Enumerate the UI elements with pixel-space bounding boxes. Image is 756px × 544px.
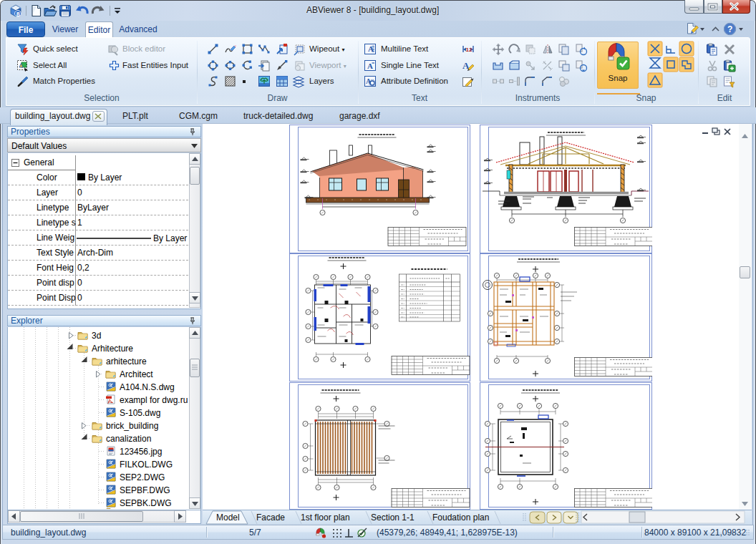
svg-text:Section 1-1: Section 1-1 [371, 513, 415, 523]
svg-text:Architect: Architect [120, 369, 153, 379]
svg-text:FILKOL.DWG: FILKOL.DWG [120, 460, 173, 470]
svg-text:A104.N.S.dwg: A104.N.S.dwg [120, 382, 175, 392]
svg-text:123456.jpg: 123456.jpg [120, 447, 162, 457]
svg-text:12: 12 [466, 47, 472, 53]
svg-text:Foudation plan: Foudation plan [432, 513, 489, 523]
svg-text:Model: Model [216, 513, 240, 523]
svg-text:8: 8 [16, 11, 20, 18]
svg-text:SEP2.DWG: SEP2.DWG [120, 472, 165, 482]
svg-text:arhitecture: arhitecture [106, 356, 147, 366]
svg-text:1st floor plan: 1st floor plan [301, 513, 350, 523]
svg-text:S-105.dwg: S-105.dwg [120, 408, 160, 418]
svg-text:Facade: Facade [256, 513, 285, 523]
svg-text:3d: 3d [92, 331, 101, 341]
svg-text:Arhitecture: Arhitecture [92, 344, 133, 354]
svg-text:canalization: canalization [106, 434, 151, 444]
svg-text:?: ? [727, 24, 732, 34]
svg-text:exampl for dwg.ru: exampl for dwg.ru [120, 395, 188, 405]
svg-text:By Layer: By Layer [153, 233, 187, 243]
svg-text:brick_building: brick_building [106, 421, 158, 431]
svg-text:SEPBK.DWG: SEPBK.DWG [120, 498, 172, 508]
svg-text:SEPBF.DWG: SEPBF.DWG [120, 485, 170, 495]
